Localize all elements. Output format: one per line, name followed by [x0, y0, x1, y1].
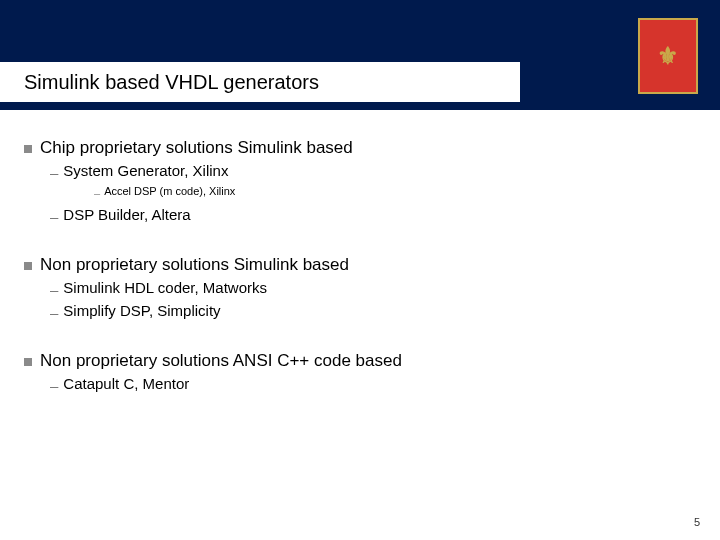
section-non-proprietary-simulink: Non proprietary solutions Simulink based… — [24, 255, 696, 323]
brand-name: KONGSBERG — [522, 124, 630, 164]
crown-icon: ⚜ — [657, 42, 679, 70]
brand-logo: ⚜ — [638, 18, 698, 94]
dash-bullet-icon: – — [50, 302, 58, 323]
bullet-level2: – DSP Builder, Altera — [50, 206, 696, 227]
bullet-level2: – System Generator, Xilinx — [50, 162, 696, 183]
dash-bullet-icon: – — [50, 375, 58, 396]
bullet-level2: – Simplify DSP, Simplicity — [50, 302, 696, 323]
item-text: DSP Builder, Altera — [63, 206, 190, 223]
section-heading: Non proprietary solutions ANSI C++ code … — [40, 351, 402, 371]
section-non-proprietary-ansi: Non proprietary solutions ANSI C++ code … — [24, 351, 696, 396]
bullet-level1: Non proprietary solutions ANSI C++ code … — [24, 351, 696, 371]
bullet-level3: – Accel DSP (m code), Xilinx — [94, 185, 696, 202]
square-bullet-icon — [24, 145, 32, 153]
slide-header: Simulink based VHDL generators KONGSBERG… — [0, 0, 720, 110]
bullet-level2: – Simulink HDL coder, Matworks — [50, 279, 696, 300]
dash-bullet-icon: – — [50, 206, 58, 227]
page-number: 5 — [694, 516, 700, 528]
section-heading: Non proprietary solutions Simulink based — [40, 255, 349, 275]
section-heading: Chip proprietary solutions Simulink base… — [40, 138, 353, 158]
item-text: Simplify DSP, Simplicity — [63, 302, 220, 319]
level2-group: – Simulink HDL coder, Matworks – Simplif… — [24, 279, 696, 323]
bullet-level1: Non proprietary solutions Simulink based — [24, 255, 696, 275]
item-text: System Generator, Xilinx — [63, 162, 228, 179]
bullet-level2: – Catapult C, Mentor — [50, 375, 696, 396]
item-text: Simulink HDL coder, Matworks — [63, 279, 267, 296]
level2-group: – System Generator, Xilinx – Accel DSP (… — [24, 162, 696, 227]
dash-bullet-icon: – — [94, 185, 100, 202]
dash-bullet-icon: – — [50, 279, 58, 300]
slide-title: Simulink based VHDL generators — [24, 71, 319, 94]
item-text: Catapult C, Mentor — [63, 375, 189, 392]
level2-group: – Catapult C, Mentor — [24, 375, 696, 396]
level3-group: – Accel DSP (m code), Xilinx — [50, 185, 696, 202]
square-bullet-icon — [24, 358, 32, 366]
square-bullet-icon — [24, 262, 32, 270]
dash-bullet-icon: – — [50, 162, 58, 183]
subitem-text: Accel DSP (m code), Xilinx — [104, 185, 235, 197]
